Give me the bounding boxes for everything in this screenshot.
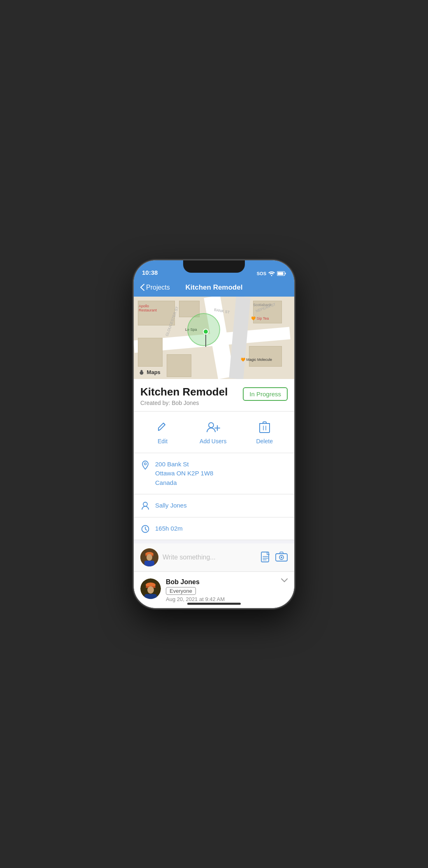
svg-rect-7 — [260, 423, 270, 433]
back-chevron-icon — [140, 284, 144, 291]
phone-frame: 10:38 SOS Projec — [134, 260, 294, 608]
map-background: Scotiabank ApolloRestaurant Le Spa 🧡 Sip… — [134, 297, 294, 379]
back-label: Projects — [146, 284, 170, 291]
battery-icon — [277, 271, 286, 276]
comment-action-icons — [261, 552, 288, 563]
apollo-label: ApolloRestaurant — [139, 304, 157, 312]
scroll-content: Scotiabank ApolloRestaurant Le Spa 🧡 Sip… — [134, 297, 294, 608]
assignee-text: Sally Jones — [155, 501, 187, 510]
post-date: Aug 20, 2021 at 9:42 AM — [166, 596, 276, 602]
person-icon — [140, 501, 150, 510]
edit-button[interactable]: Edit — [155, 420, 170, 445]
address-text: 200 Bank St Ottawa ON K2P 1W8 Canada — [155, 460, 213, 488]
assignee-row: Sally Jones — [134, 494, 294, 517]
svg-point-0 — [271, 275, 272, 276]
edit-label: Edit — [158, 438, 167, 445]
svg-point-29 — [147, 586, 154, 594]
svg-rect-2 — [285, 273, 286, 274]
location-icon — [140, 460, 150, 470]
svg-rect-3 — [278, 272, 284, 275]
map-building — [138, 338, 163, 367]
map-building — [167, 354, 191, 377]
status-time: 10:38 — [142, 269, 158, 276]
add-users-button[interactable]: Add Users — [200, 420, 226, 445]
svg-point-11 — [144, 463, 147, 465]
delete-icon — [257, 420, 272, 435]
address-row: 200 Bank St Ottawa ON K2P 1W8 Canada — [134, 453, 294, 495]
action-buttons: Edit Add Users — [134, 412, 294, 453]
commenter-avatar — [140, 548, 158, 566]
clock-icon — [140, 524, 150, 533]
post-visibility: Everyone — [166, 587, 196, 595]
camera-icon[interactable] — [275, 552, 288, 563]
comment-placeholder[interactable]: Write something... — [163, 554, 256, 561]
section-divider — [134, 540, 294, 543]
phone-inner: 10:38 SOS Projec — [134, 260, 294, 608]
pin-dot — [203, 329, 209, 335]
map-container[interactable]: Scotiabank ApolloRestaurant Le Spa 🧡 Sip… — [134, 297, 294, 379]
svg-rect-30 — [144, 594, 157, 599]
svg-point-25 — [281, 557, 282, 558]
duration-row: 165h 02m — [134, 517, 294, 540]
address-line3: Canada — [155, 478, 213, 488]
nav-title: Kitchen Remodel — [186, 283, 243, 292]
svg-point-12 — [143, 502, 147, 506]
svg-rect-19 — [261, 552, 269, 562]
svg-rect-18 — [144, 561, 154, 566]
project-creator: Created by: Bob Jones — [140, 400, 228, 406]
notch — [183, 260, 245, 273]
home-indicator — [187, 603, 241, 605]
wifi-icon — [268, 271, 275, 276]
document-icon[interactable] — [261, 552, 271, 563]
post-author: Bob Jones — [166, 578, 276, 586]
duration-text: 165h 02m — [155, 524, 183, 533]
pin-line — [205, 335, 206, 347]
add-users-icon — [206, 420, 221, 435]
post-avatar — [140, 578, 161, 599]
map-building — [249, 346, 282, 367]
post-meta: Bob Jones Everyone Aug 20, 2021 at 9:42 … — [166, 578, 276, 602]
nav-bar: Projects Kitchen Remodel — [134, 278, 294, 297]
project-header: Kitchen Remodel Created by: Bob Jones In… — [134, 379, 294, 412]
address-line2: Ottawa ON K2P 1W8 — [155, 469, 213, 478]
svg-point-17 — [147, 554, 152, 561]
apple-icon — [139, 370, 144, 376]
comment-header: Bob Jones Everyone Aug 20, 2021 at 9:42 … — [140, 578, 288, 602]
comment-input-row: Write something... — [134, 543, 294, 572]
maps-watermark: Maps — [139, 369, 160, 376]
address-line1: 200 Bank St — [155, 460, 213, 469]
status-icons: SOS — [257, 271, 286, 276]
project-title: Kitchen Remodel — [140, 386, 228, 398]
edit-icon — [155, 420, 170, 435]
delete-label: Delete — [256, 438, 272, 445]
commenter-avatar-img — [140, 548, 158, 566]
svg-point-4 — [209, 423, 214, 428]
status-badge: In Progress — [243, 387, 288, 401]
sos-label: SOS — [257, 271, 266, 276]
post-content: Insulation done. Ready to close up ceili… — [140, 606, 288, 608]
project-title-area: Kitchen Remodel Created by: Bob Jones — [140, 386, 228, 406]
add-users-label: Add Users — [200, 438, 226, 445]
siptea-label: 🧡 Sip Tea — [251, 316, 269, 321]
delete-button[interactable]: Delete — [256, 420, 272, 445]
magicmolecule-label: 🧡 Magic Molecule — [241, 358, 272, 362]
post-avatar-img — [140, 578, 161, 599]
expand-chevron-icon[interactable] — [281, 578, 288, 583]
back-button[interactable]: Projects — [140, 284, 170, 291]
